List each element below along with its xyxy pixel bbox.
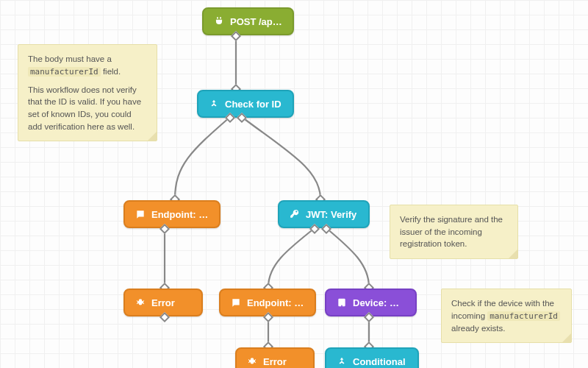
node-check-id[interactable]: Check for ID — [197, 90, 294, 118]
node-label: Endpoint: R… — [151, 209, 209, 220]
node-device-get[interactable]: Device: Get — [325, 289, 417, 316]
plug-icon — [214, 16, 224, 26]
sticky-note-1[interactable]: The body must have a manufacturerId fiel… — [18, 44, 157, 141]
note-text: The body must have a manufacturerId fiel… — [28, 53, 147, 78]
node-label: Error — [263, 356, 287, 367]
node-endpoint-reply-2[interactable]: Endpoint: R… — [219, 289, 316, 316]
node-conditional[interactable]: Conditional — [325, 347, 419, 368]
code-snippet: manufacturerId — [487, 311, 560, 321]
node-label: Device: Get — [353, 297, 405, 308]
workflow-canvas[interactable]: POST /api/o… Check for ID Endpoint: R… J… — [0, 0, 588, 368]
reply-icon — [231, 297, 241, 308]
branch-icon — [209, 99, 219, 109]
node-error-2[interactable]: Error — [235, 347, 315, 368]
node-label: Conditional — [353, 356, 406, 367]
node-label: Check for ID — [225, 99, 282, 110]
sticky-note-2[interactable]: Verify the signature and the issuer of t… — [390, 205, 518, 259]
note-text: Check if the device with the incoming ma… — [451, 297, 562, 334]
node-label: JWT: Verify — [306, 209, 356, 220]
bug-icon — [247, 356, 257, 367]
reply-icon — [135, 209, 146, 219]
node-error-1[interactable]: Error — [123, 289, 203, 316]
note-text: This workflow does not verify that the I… — [28, 84, 147, 133]
node-label: POST /api/o… — [230, 16, 282, 27]
branch-icon — [337, 356, 347, 367]
code-snippet: manufacturerId — [28, 67, 101, 77]
node-jwt-verify[interactable]: JWT: Verify — [278, 200, 370, 228]
node-trigger[interactable]: POST /api/o… — [202, 7, 294, 35]
node-endpoint-reply-1[interactable]: Endpoint: R… — [123, 200, 220, 228]
note-text: Verify the signature and the issuer of t… — [400, 213, 508, 250]
device-icon — [337, 297, 347, 308]
key-icon — [290, 209, 300, 219]
sticky-note-3[interactable]: Check if the device with the incoming ma… — [441, 289, 572, 343]
bug-icon — [135, 297, 146, 308]
node-label: Endpoint: R… — [247, 297, 304, 308]
node-label: Error — [151, 297, 175, 308]
